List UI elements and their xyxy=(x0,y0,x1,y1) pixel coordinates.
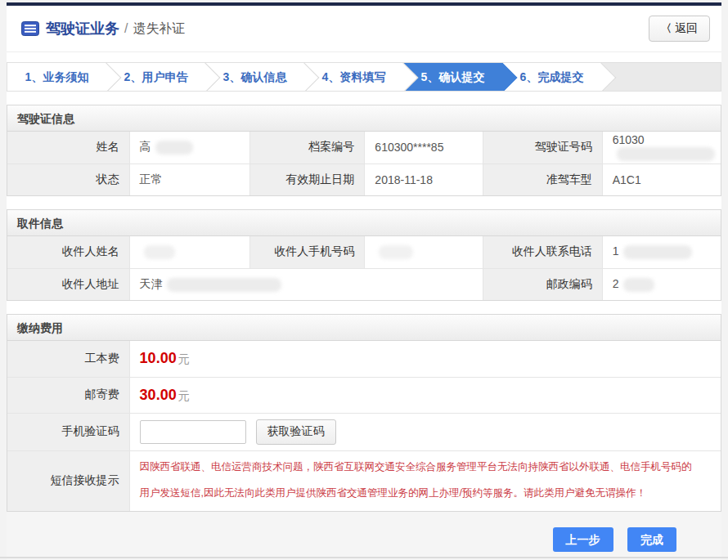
table-row: 姓名 高 档案编号 610300****85 驾驶证号码 61030 xyxy=(7,132,721,164)
license-info-table: 姓名 高 档案编号 610300****85 驾驶证号码 61030 状态 正常… xyxy=(7,132,721,195)
finish-button[interactable]: 完成 xyxy=(627,527,676,552)
sms-code-input[interactable] xyxy=(140,420,246,444)
postcode-value: 2 xyxy=(602,268,721,300)
recipient-name-label: 收件人姓名 xyxy=(7,236,129,268)
fees-title: 缴纳费用 xyxy=(7,315,721,341)
recipient-name-value xyxy=(129,236,249,268)
recipient-mobile-value xyxy=(365,236,483,268)
step-progress-bar: 1、业务须知 2、用户申告 3、确认信息 4、资料填写 5、确认提交 6、完成提… xyxy=(7,62,721,92)
list-form-icon xyxy=(21,21,39,36)
vehicle-type-label: 准驾车型 xyxy=(483,164,603,195)
page-header: 驾驶证业务 / 遗失补证 〈 返回 xyxy=(7,6,721,52)
recipient-address-label: 收件人地址 xyxy=(7,268,129,300)
sms-notice-label: 短信接收提示 xyxy=(7,450,129,511)
previous-step-button[interactable]: 上一步 xyxy=(553,527,613,552)
redacted-blur xyxy=(623,278,654,292)
file-no-value: 610300****85 xyxy=(365,132,483,164)
fees-table: 工本费 10.00元 邮寄费 30.00元 手机验证码 获取验证码 短信接收提 xyxy=(7,341,721,511)
recipient-phone-value: 1 xyxy=(602,236,721,268)
redacted-blur xyxy=(623,245,692,259)
postcode-label: 邮政编码 xyxy=(483,268,603,300)
redacted-blur xyxy=(144,245,175,259)
main-panel: 驾驶证业务 / 遗失补证 〈 返回 1、业务须知 2、用户申告 3、确认信息 4… xyxy=(7,6,721,512)
expiry-label: 有效期止日期 xyxy=(249,164,364,195)
table-row: 邮寄费 30.00元 xyxy=(7,377,721,413)
sms-code-label: 手机验证码 xyxy=(7,413,129,450)
production-fee-unit: 元 xyxy=(178,352,190,365)
postage-fee-value: 30.00元 xyxy=(129,377,721,413)
footer-actions: 上一步 完成 xyxy=(7,512,721,560)
recipient-phone-label: 收件人联系电话 xyxy=(483,236,603,268)
sms-notice-cell: 因陕西省联通、电信运营商技术问题，陕西省互联网交通安全综合服务管理平台无法向持陕… xyxy=(129,450,721,511)
license-info-section: 驾驶证信息 姓名 高 档案编号 610300****85 驾驶证号码 61030… xyxy=(7,105,721,196)
fees-section: 缴纳费用 工本费 10.00元 邮寄费 30.00元 手机验证码 获取验证码 xyxy=(7,314,721,512)
redacted-blur xyxy=(617,147,715,161)
pickup-info-section: 取件信息 收件人姓名 收件人手机号码 收件人联系电话 1 收件人地址 天津 邮政… xyxy=(7,209,721,301)
name-label: 姓名 xyxy=(7,132,129,164)
table-row: 收件人地址 天津 邮政编码 2 xyxy=(7,268,721,300)
pickup-info-table: 收件人姓名 收件人手机号码 收件人联系电话 1 收件人地址 天津 邮政编码 2 xyxy=(7,236,721,300)
table-row: 收件人姓名 收件人手机号码 收件人联系电话 1 xyxy=(7,236,721,268)
postage-fee-label: 邮寄费 xyxy=(7,377,129,413)
table-row: 工本费 10.00元 xyxy=(7,341,721,377)
license-no-label: 驾驶证号码 xyxy=(483,132,603,164)
page-bottom-divider xyxy=(0,557,728,558)
license-no-value: 61030 xyxy=(602,132,721,164)
recipient-address-value: 天津 xyxy=(129,268,483,300)
table-row: 状态 正常 有效期止日期 2018-11-18 准驾车型 A1C1 xyxy=(7,164,721,195)
production-fee-label: 工本费 xyxy=(7,341,129,377)
table-row: 短信接收提示 因陕西省联通、电信运营商技术问题，陕西省互联网交通安全综合服务管理… xyxy=(7,450,721,511)
step-1-business-notes: 1、业务须知 xyxy=(7,63,106,91)
expiry-value: 2018-11-18 xyxy=(365,164,483,195)
back-button-label: 返回 xyxy=(675,21,698,36)
name-value: 高 xyxy=(129,132,249,164)
page-title: 驾驶证业务 xyxy=(46,19,119,38)
get-code-button[interactable]: 获取验证码 xyxy=(256,419,336,445)
license-info-title: 驾驶证信息 xyxy=(7,105,721,132)
production-fee-value: 10.00元 xyxy=(129,341,721,377)
sms-code-cell: 获取验证码 xyxy=(129,413,721,450)
vehicle-type-value: A1C1 xyxy=(602,164,721,195)
redacted-blur xyxy=(155,141,193,155)
redacted-blur xyxy=(379,245,413,259)
redacted-blur xyxy=(167,278,281,292)
back-chevron-icon: 〈 xyxy=(661,21,672,36)
file-no-label: 档案编号 xyxy=(249,132,364,164)
breadcrumb: 驾驶证业务 / 遗失补证 xyxy=(21,19,185,38)
breadcrumb-separator: / xyxy=(124,21,128,36)
sms-notice-text: 因陕西省联通、电信运营商技术问题，陕西省互联网交通安全综合服务管理平台无法向持陕… xyxy=(140,451,711,510)
status-value: 正常 xyxy=(129,164,249,195)
back-button[interactable]: 〈 返回 xyxy=(649,16,710,42)
postage-fee-unit: 元 xyxy=(178,389,190,402)
recipient-mobile-label: 收件人手机号码 xyxy=(249,236,364,268)
pickup-info-title: 取件信息 xyxy=(7,210,721,236)
production-fee-amount: 10.00 xyxy=(140,350,177,366)
table-row: 手机验证码 获取验证码 xyxy=(7,413,721,450)
status-label: 状态 xyxy=(7,164,129,195)
postage-fee-amount: 30.00 xyxy=(140,387,177,403)
page-subtitle: 遗失补证 xyxy=(133,20,185,38)
